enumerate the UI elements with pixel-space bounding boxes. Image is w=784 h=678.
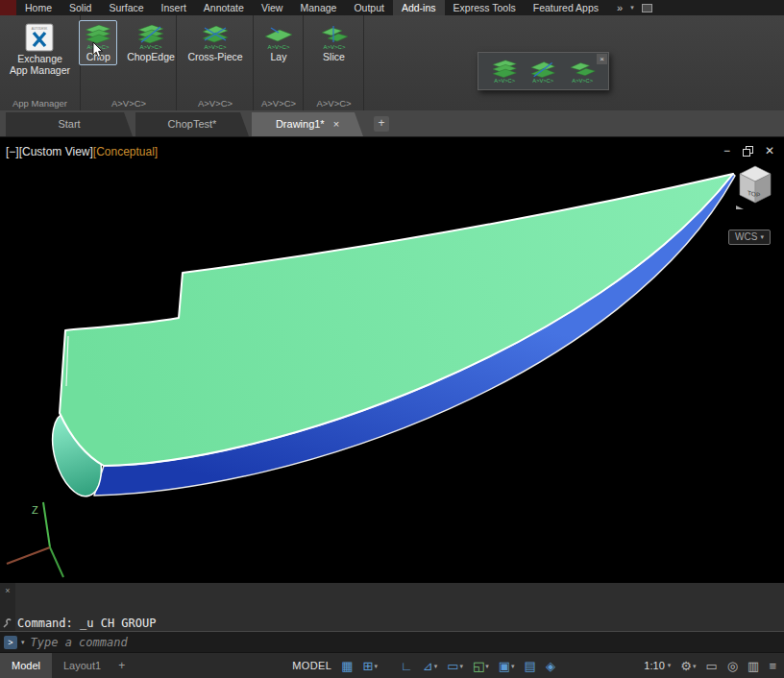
polar-tracking-icon[interactable]: ⊿▾ <box>423 660 437 672</box>
slice-button[interactable]: A>V>C> Slice <box>315 20 354 65</box>
floating-toolbar: × A>V>C> A>V>C> A>V>C> <box>478 52 609 90</box>
viewcube-corner-icon[interactable] <box>736 206 744 209</box>
lay-button[interactable]: A>V>C> Lay <box>259 20 298 65</box>
customize-wrench-icon[interactable] <box>3 618 12 628</box>
tab-close-icon[interactable]: × <box>333 118 339 130</box>
palette-slice-icon[interactable]: A>V>C> <box>568 58 597 85</box>
palette-close-icon[interactable]: × <box>597 54 607 64</box>
dynamic-input-icon[interactable]: ◈ <box>546 660 555 672</box>
app-menu-icon[interactable] <box>0 0 16 15</box>
svg-text:A>V>C>: A>V>C> <box>205 44 227 50</box>
svg-text:A>V>C>: A>V>C> <box>140 44 162 50</box>
palette-chop-icon[interactable]: A>V>C> <box>490 58 519 85</box>
clean-screen-icon[interactable]: ▭ <box>705 660 717 672</box>
panel-title-app-manager: App Manager <box>0 98 80 109</box>
caret-down-icon[interactable]: ▾ <box>630 4 634 12</box>
panel-avc-1: A>V>C> Chop A>V>C> ChopEdge A>V>C> <box>82 15 177 110</box>
svg-text:AUTODESK: AUTODESK <box>32 27 47 31</box>
annotation-scale-control[interactable]: 1:10 ▾ <box>644 660 671 671</box>
ribbon-tab-featured-apps[interactable]: Featured Apps <box>525 0 607 15</box>
hardware-accel-icon[interactable]: ▥ <box>747 660 759 672</box>
ribbon-tab-output[interactable]: Output <box>345 0 393 15</box>
isolate-objects-icon[interactable]: ◎ <box>727 660 738 672</box>
command-close-icon[interactable]: × <box>5 586 10 595</box>
autocad-window: Home Solid Surface Insert Annotate View … <box>0 0 784 678</box>
lay-icon: A>V>C> <box>263 23 294 50</box>
exchange-app-manager-icon: AUTODESK <box>25 23 54 52</box>
command-line-window: × Command: _u CH GROUP Automatic save to… <box>0 583 784 652</box>
command-gutter: × <box>0 583 15 631</box>
ribbon-tab-manage[interactable]: Manage <box>291 0 345 15</box>
chevron-double-icon[interactable]: » <box>617 0 623 15</box>
ribbon-tab-bar: Home Solid Surface Insert Annotate View … <box>0 0 784 15</box>
chopedge-button[interactable]: A>V>C> ChopEdge <box>123 20 179 65</box>
svg-text:A>V>C>: A>V>C> <box>323 44 345 50</box>
scale-caret-icon: ▾ <box>668 662 672 669</box>
cross-piece-button[interactable]: A>V>C> Cross-Piece <box>184 20 246 65</box>
ribbon-tab-add-ins[interactable]: Add-ins <box>393 0 445 15</box>
ucs-z-label: Z <box>32 504 38 516</box>
command-input-row: > ▾ <box>0 631 784 652</box>
file-tab-choptest[interactable]: ChopTest* <box>135 112 249 136</box>
ribbon: AUTODESK Exchange App Manager App Manage… <box>0 15 784 110</box>
close-icon[interactable]: ✕ <box>765 144 774 157</box>
lay-button-label: Lay <box>271 51 287 62</box>
ribbon-tab-annotate[interactable]: Annotate <box>195 0 253 15</box>
panel-avc-2: A>V>C> Cross-Piece A>V>C> <box>178 15 254 110</box>
new-tab-button[interactable]: + <box>374 116 389 132</box>
workspace-gear-icon[interactable]: ⚙▾ <box>680 660 696 672</box>
panel-title-avc-3: A>V>C> <box>255 98 303 109</box>
minimize-icon[interactable]: − <box>723 144 730 157</box>
file-tab-start[interactable]: Start <box>6 112 133 136</box>
new-layout-button[interactable]: + <box>112 659 131 672</box>
window-buttons: − ✕ <box>723 144 774 157</box>
layout-tab-layout1[interactable]: Layout1 <box>52 653 112 678</box>
file-tab-drawing1-label: Drawing1* <box>276 118 325 130</box>
exchange-button-label: Exchange App Manager <box>10 53 70 76</box>
chopedge-button-label: ChopEdge <box>127 51 175 62</box>
model-space-toggle[interactable]: MODEL <box>292 660 331 671</box>
file-tab-drawing1[interactable]: Drawing1*× <box>252 112 363 136</box>
dynamic-ucs-icon[interactable]: ▤ <box>525 660 536 672</box>
object-snap-icon[interactable]: ◱▾ <box>473 660 489 672</box>
isometric-drafting-icon[interactable]: ▭▾ <box>447 660 463 672</box>
slice-icon: A>V>C> <box>319 23 350 50</box>
command-input[interactable] <box>29 635 784 650</box>
wcs-caret-icon: ▾ <box>760 230 764 244</box>
customization-menu-icon[interactable]: ≡ <box>769 660 776 672</box>
command-prompt-icon: > <box>4 636 17 649</box>
mouse-cursor <box>92 42 105 60</box>
ribbon-tab-insert[interactable]: Insert <box>153 0 195 15</box>
panel-title-avc-4: A>V>C> <box>305 98 363 109</box>
ribbon-tab-view[interactable]: View <box>253 0 292 15</box>
cross-piece-button-label: Cross-Piece <box>187 51 242 62</box>
view-control[interactable]: [Custom View] <box>19 145 93 158</box>
ribbon-tab-express-tools[interactable]: Express Tools <box>445 0 525 15</box>
snap-mode-icon[interactable]: ⊞▾ <box>363 660 378 672</box>
panel-avc-3: A>V>C> Lay A>V>C> <box>255 15 304 110</box>
boat-hull-model <box>0 137 784 583</box>
palette-chopedge-icon[interactable]: A>V>C> <box>528 58 557 85</box>
ribbon-tab-surface[interactable]: Surface <box>100 0 152 15</box>
restore-icon[interactable] <box>743 146 752 156</box>
svg-text:A>V>C>: A>V>C> <box>494 78 515 84</box>
object-snap-3d-icon[interactable]: ▣▾ <box>499 660 515 672</box>
panel-avc-4: A>V>C> Slice A>V>C> <box>305 15 364 110</box>
grid-display-icon[interactable]: ▦ <box>341 660 353 672</box>
wcs-control[interactable]: WCS ▾ <box>728 230 771 245</box>
viewport-controls: [−][Custom View][Conceptual] <box>6 145 158 158</box>
viewcube[interactable]: TOP <box>734 164 776 210</box>
exchange-app-manager-button[interactable]: AUTODESK Exchange App Manager <box>6 20 74 79</box>
slice-button-label: Slice <box>323 51 345 62</box>
layout-tab-model[interactable]: Model <box>0 653 52 678</box>
svg-text:A>V>C>: A>V>C> <box>572 78 593 84</box>
ribbon-state-icon[interactable] <box>642 4 652 12</box>
ortho-mode-icon[interactable]: ∟ <box>401 660 413 672</box>
ribbon-tab-solid[interactable]: Solid <box>61 0 100 15</box>
ribbon-tab-home[interactable]: Home <box>16 0 61 15</box>
svg-text:A>V>C>: A>V>C> <box>533 78 554 84</box>
viewport-collapse-control[interactable]: [−] <box>6 145 19 158</box>
command-options-caret-icon[interactable]: ▾ <box>21 639 25 646</box>
drawing-viewport[interactable]: [−][Custom View][Conceptual] − ✕ TOP WCS… <box>0 137 784 583</box>
visual-style-control[interactable]: [Conceptual] <box>93 145 158 158</box>
